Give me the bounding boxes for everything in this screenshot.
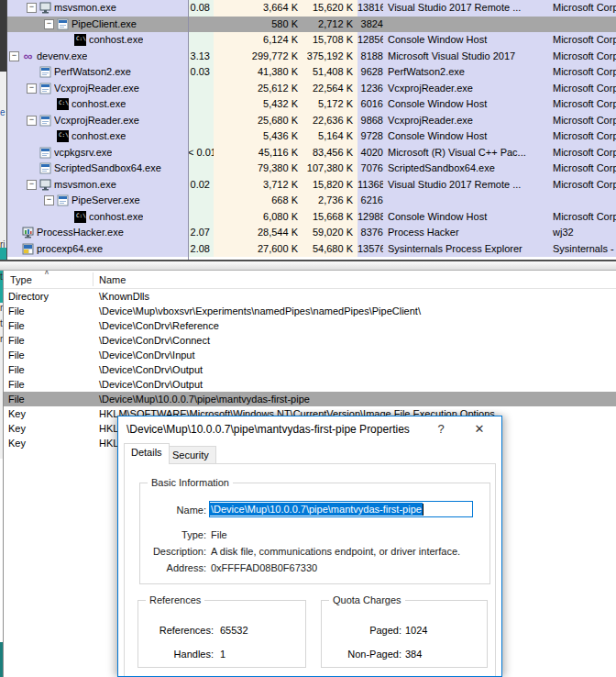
- tree-collapse-icon[interactable]: −: [27, 116, 37, 126]
- handle-row[interactable]: File\Device\ConDrv\Connect: [4, 333, 616, 348]
- handle-row[interactable]: File\Device\Mup\vboxsvr\Experiments\name…: [4, 304, 616, 318]
- tree-collapse-icon[interactable]: −: [44, 195, 54, 205]
- process-row[interactable]: C:\conhost.exe5,432 K5,172 K6016Console …: [7, 96, 616, 113]
- tree-collapse-icon[interactable]: −: [9, 51, 19, 61]
- type-value: File: [211, 529, 227, 540]
- handle-row[interactable]: File\Device\ConDrv\Output: [4, 362, 616, 377]
- cpu-cell: [188, 209, 214, 226]
- pid-cell: 4020: [358, 145, 383, 161]
- process-name: devenv.exe: [37, 49, 87, 65]
- handle-name: \Device\Mup\vboxsvr\Experiments\namedPip…: [99, 304, 421, 318]
- references-label: References:: [160, 625, 214, 636]
- name-input[interactable]: \Device\Mup\10.0.0.7\pipe\mantvydas-firs…: [209, 501, 473, 517]
- process-row[interactable]: C:\conhost.exe6,124 K15,708 K12856Consol…: [7, 32, 616, 49]
- handle-type: Key: [8, 406, 26, 421]
- cpu-cell: [188, 161, 214, 177]
- handle-row[interactable]: File\Device\ConDrv\Reference: [4, 318, 616, 333]
- console-host-icon: C:\: [57, 98, 69, 110]
- working-set-cell: 51,408 K: [302, 64, 358, 81]
- column-header-type[interactable]: Type: [10, 274, 32, 285]
- private-bytes-cell: 25,680 K: [214, 113, 302, 129]
- tree-collapse-icon[interactable]: −: [27, 180, 37, 190]
- tree-collapse-icon[interactable]: −: [44, 19, 54, 29]
- process-row[interactable]: −VcxprojReader.exe25,612 K22,564 K1236Vc…: [7, 81, 616, 97]
- tree-collapse-icon[interactable]: −: [27, 3, 37, 13]
- company-cell: [548, 17, 616, 33]
- private-bytes-cell: 27,600 K: [214, 241, 302, 258]
- tab-details[interactable]: Details: [124, 443, 170, 464]
- handle-row[interactable]: File\Device\ConDrv\Output: [4, 377, 616, 392]
- close-icon[interactable]: ✕: [468, 422, 491, 436]
- tab-security[interactable]: Security: [165, 446, 216, 463]
- private-bytes-cell: 580 K: [214, 17, 302, 33]
- process-row[interactable]: procexp64.exe2.0827,600 K54,680 K13576Sy…: [7, 241, 616, 258]
- handle-name: \Device\Mup\10.0.0.7\pipe\mantvydas-firs…: [99, 392, 310, 406]
- working-set-cell: 2,712 K: [302, 17, 358, 33]
- group-legend: Quota Charges: [329, 594, 405, 605]
- paged-label: Paged:: [369, 625, 402, 636]
- cpu-cell: < 0.01: [188, 145, 214, 161]
- process-row[interactable]: −VcxprojReader.exe25,680 K22,636 K9868Vc…: [7, 113, 616, 129]
- process-row[interactable]: −∞devenv.exe3.13299,772 K375,192 K8188Mi…: [7, 49, 616, 65]
- handle-row[interactable]: File\Device\ConDrv\Input: [4, 348, 616, 362]
- process-name: conhost.exe: [72, 96, 126, 113]
- process-name-cell: vcpkgsrv.exe: [7, 145, 188, 161]
- process-row[interactable]: vcpkgsrv.exe< 0.0145,116 K83,456 K4020Mi…: [7, 145, 616, 161]
- process-row[interactable]: C:\conhost.exe6,080 K15,668 K12988Consol…: [7, 209, 616, 226]
- cpu-cell: 3.13: [188, 49, 214, 65]
- process-row[interactable]: −PipeClient.exe580 K2,712 K3824: [7, 17, 616, 33]
- company-cell: Microsoft Corpor: [548, 64, 616, 81]
- working-set-cell: 2,736 K: [302, 193, 358, 209]
- description-cell: Console Window Host: [383, 96, 548, 113]
- process-tree-panel: −msvsmon.exe0.083,664 K15,620 K13816Visu…: [6, 0, 616, 261]
- process-row[interactable]: −PipeServer.exe668 K2,736 K6216: [7, 193, 616, 209]
- company-cell: [548, 193, 616, 209]
- process-row[interactable]: PerfWatson2.exe0.0341,380 K51,408 K9628P…: [7, 64, 616, 81]
- process-row[interactable]: C:\conhost.exe5,436 K5,164 K9728Console …: [7, 128, 616, 145]
- quota-charges-group: Quota Charges Paged: 1024 Non-Paged: 384: [321, 600, 488, 668]
- process-explorer-icon: [22, 243, 34, 255]
- help-button[interactable]: ?: [431, 422, 451, 436]
- process-row[interactable]: −msvsmon.exe0.023,712 K15,820 K11368Visu…: [7, 177, 616, 194]
- description-cell: Visual Studio 2017 Remote ...: [383, 177, 548, 194]
- tree-collapse-icon[interactable]: −: [27, 83, 37, 94]
- process-name: VcxprojReader.exe: [54, 81, 139, 97]
- handles-header: ∧ Type Name: [4, 271, 616, 289]
- handle-row[interactable]: File\Device\Mup\10.0.0.7\pipe\mantvydas-…: [4, 392, 616, 406]
- header-separator[interactable]: [93, 272, 94, 286]
- process-name-cell: C:\conhost.exe: [7, 32, 188, 49]
- handles-value: 1: [220, 649, 226, 660]
- remote-debugger-icon: [39, 2, 51, 14]
- application-icon: [39, 147, 51, 159]
- panel-splitter[interactable]: [0, 260, 616, 271]
- process-name: ScriptedSandbox64.exe: [54, 161, 161, 177]
- handle-type: Directory: [8, 289, 49, 304]
- strip-segment: [0, 72, 6, 248]
- process-name-cell: PerfWatson2.exe: [7, 64, 188, 81]
- handle-type: Key: [8, 436, 26, 450]
- process-row[interactable]: −msvsmon.exe0.083,664 K15,620 K13816Visu…: [7, 0, 616, 17]
- pid-cell: 9628: [358, 64, 383, 81]
- sort-ascending-icon: ∧: [44, 271, 50, 276]
- dialog-titlebar[interactable]: \Device\Mup\10.0.0.7\pipe\mantvydas-firs…: [118, 416, 501, 441]
- process-name-cell: C:\conhost.exe: [7, 96, 188, 113]
- pid-cell: 9868: [358, 113, 383, 129]
- process-name-cell: procexp64.exe: [7, 241, 188, 258]
- private-bytes-cell: 3,712 K: [214, 177, 302, 194]
- private-bytes-cell: 25,612 K: [214, 81, 302, 97]
- pid-cell: 6016: [358, 96, 383, 113]
- column-header-name[interactable]: Name: [99, 274, 126, 285]
- application-icon: [39, 66, 51, 78]
- handle-row[interactable]: Directory\KnownDlls: [4, 289, 616, 304]
- process-row[interactable]: ProcessHacker.exe2.0728,544 K59,020 K837…: [7, 225, 616, 241]
- description-cell: VcxprojReader.exe: [383, 81, 548, 97]
- process-row[interactable]: ScriptedSandbox64.exe79,380 K107,380 K70…: [7, 161, 616, 177]
- process-name-cell: −VcxprojReader.exe: [7, 81, 188, 97]
- cpu-cell: 2.07: [188, 225, 214, 241]
- working-set-cell: 83,456 K: [302, 145, 358, 161]
- process-name-cell: ScriptedSandbox64.exe: [7, 161, 188, 177]
- column-separator: [188, 0, 189, 261]
- pid-cell: 3824: [358, 17, 383, 33]
- console-host-icon: C:\: [74, 211, 86, 223]
- description-cell: ScriptedSandbox64.exe: [383, 161, 548, 177]
